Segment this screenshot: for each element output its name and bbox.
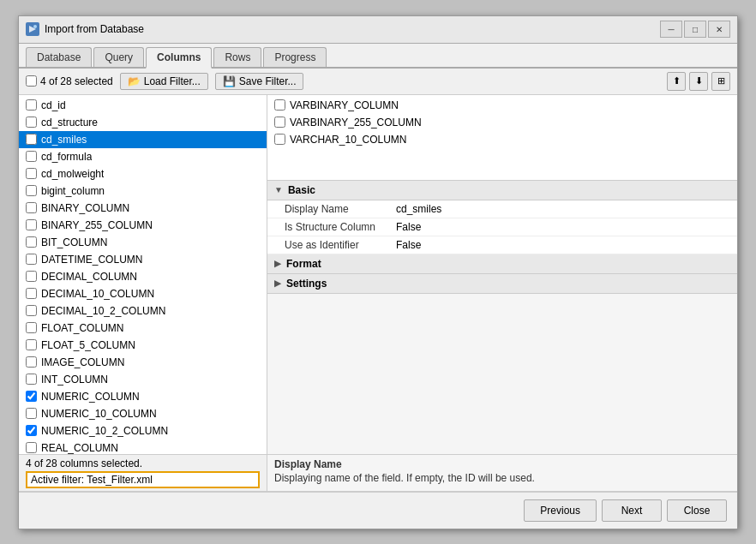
col-checkbox-cd_formula[interactable]	[26, 151, 37, 162]
col-checkbox-datetime[interactable]	[26, 254, 37, 265]
prop-name-identifier: Use as Identifier	[285, 239, 396, 251]
save-filter-button[interactable]: 💾 Save Filter...	[215, 73, 304, 90]
list-item[interactable]: cd_smiles	[19, 131, 267, 148]
col-checkbox-real[interactable]	[26, 442, 37, 453]
close-button[interactable]: Close	[667, 499, 727, 522]
tab-query[interactable]: Query	[93, 47, 144, 67]
list-item[interactable]: DECIMAL_10_2_COLUMN	[19, 302, 267, 320]
prop-row-structure: Is Structure Column False	[267, 218, 737, 236]
prop-value-display: cd_smiles	[396, 203, 441, 215]
status-help-bar: 4 of 28 columns selected. Active filter:…	[19, 455, 737, 492]
col-checkbox-varchar10[interactable]	[274, 134, 285, 145]
minimize-button[interactable]: ─	[660, 21, 682, 38]
maximize-button[interactable]: □	[684, 21, 706, 38]
col-checkbox-varbinary255[interactable]	[274, 117, 285, 128]
list-item[interactable]: NUMERIC_COLUMN	[19, 388, 267, 405]
column-list-panel[interactable]: cd_id cd_structure cd_smiles cd_formula …	[19, 95, 267, 454]
col-checkbox-bit[interactable]	[26, 236, 37, 248]
next-button[interactable]: Next	[602, 499, 662, 522]
col-checkbox-binary[interactable]	[26, 202, 37, 213]
previous-button[interactable]: Previous	[524, 499, 597, 522]
col-label: VARBINARY_255_COLUMN	[290, 117, 422, 129]
col-checkbox-bigint[interactable]	[26, 185, 37, 196]
list-item[interactable]: DECIMAL_10_COLUMN	[19, 285, 267, 302]
col-label: NUMERIC_10_COLUMN	[41, 408, 157, 420]
sort-za-button[interactable]: ⬇	[689, 72, 708, 91]
col-checkbox-float[interactable]	[26, 322, 37, 333]
col-label: FLOAT_COLUMN	[41, 322, 123, 334]
list-item[interactable]: VARBINARY_COLUMN	[267, 97, 737, 114]
section-basic-header[interactable]: ▼ Basic	[267, 181, 737, 200]
prop-row-identifier: Use as Identifier False	[267, 236, 737, 254]
list-item[interactable]: cd_molweight	[19, 165, 267, 182]
list-item[interactable]: REAL_COLUMN	[19, 439, 267, 454]
tab-progress[interactable]: Progress	[263, 47, 327, 67]
list-item[interactable]: DATETIME_COLUMN	[19, 251, 267, 268]
col-label: BINARY_COLUMN	[41, 202, 129, 214]
load-icon: 📂	[128, 75, 141, 87]
list-item[interactable]: FLOAT_COLUMN	[19, 320, 267, 337]
prop-value-structure: False	[396, 221, 421, 233]
col-label: cd_formula	[41, 151, 92, 163]
list-item[interactable]: BIT_COLUMN	[19, 234, 267, 251]
col-checkbox-decimal[interactable]	[26, 271, 37, 282]
list-item[interactable]: BINARY_COLUMN	[19, 200, 267, 217]
col-checkbox-decimal102[interactable]	[26, 305, 37, 316]
sort-az-button[interactable]: ⬆	[667, 72, 686, 91]
list-item[interactable]: cd_structure	[19, 114, 267, 131]
col-checkbox-numeric[interactable]	[26, 391, 37, 402]
col-checkbox-cd_molweight[interactable]	[26, 168, 37, 179]
select-all-label[interactable]: 4 of 28 selected	[26, 75, 113, 87]
close-window-button[interactable]: ✕	[708, 21, 730, 38]
col-checkbox-cd_id[interactable]	[26, 99, 37, 111]
list-item[interactable]: cd_formula	[19, 148, 267, 165]
col-checkbox-image[interactable]	[26, 356, 37, 368]
load-filter-button[interactable]: 📂 Load Filter...	[120, 73, 208, 90]
status-count: 4 of 28 columns selected.	[26, 457, 260, 469]
tab-rows[interactable]: Rows	[213, 47, 261, 67]
col-label: VARBINARY_COLUMN	[290, 99, 399, 111]
list-item[interactable]: NUMERIC_10_COLUMN	[19, 405, 267, 422]
col-checkbox-cd_smiles[interactable]	[26, 134, 37, 145]
section-basic-toggle: ▼	[274, 185, 283, 194]
save-icon: 💾	[223, 75, 236, 87]
tab-columns[interactable]: Columns	[146, 47, 212, 69]
list-item[interactable]: DECIMAL_COLUMN	[19, 268, 267, 285]
col-label: DECIMAL_10_2_COLUMN	[41, 305, 165, 317]
prop-value-identifier: False	[396, 239, 421, 251]
main-content: cd_id cd_structure cd_smiles cd_formula …	[19, 95, 737, 454]
col-checkbox-varbinary[interactable]	[274, 99, 285, 111]
col-checkbox-numeric102[interactable]	[26, 425, 37, 436]
list-item[interactable]: bigint_column	[19, 182, 267, 200]
col-checkbox-binary255[interactable]	[26, 219, 37, 230]
col-checkbox-decimal10[interactable]	[26, 288, 37, 299]
selected-count: 4 of 28 selected	[40, 75, 113, 87]
tab-bar: Database Query Columns Rows Progress	[19, 44, 737, 69]
col-checkbox-cd_structure[interactable]	[26, 117, 37, 128]
svg-point-0	[33, 25, 37, 28]
section-format-header[interactable]: ▶ Format	[267, 254, 737, 274]
col-label: DECIMAL_COLUMN	[41, 271, 137, 283]
col-label: BIT_COLUMN	[41, 236, 107, 248]
section-basic-label: Basic	[288, 184, 315, 196]
right-panel: VARBINARY_COLUMN VARBINARY_255_COLUMN VA…	[267, 95, 737, 454]
col-checkbox-float5[interactable]	[26, 339, 37, 350]
list-item[interactable]: NUMERIC_10_2_COLUMN	[19, 422, 267, 439]
list-item[interactable]: cd_id	[19, 97, 267, 114]
list-item[interactable]: BINARY_255_COLUMN	[19, 217, 267, 234]
col-label: NUMERIC_10_2_COLUMN	[41, 425, 168, 437]
list-item[interactable]: VARCHAR_10_COLUMN	[267, 131, 737, 148]
select-all-checkbox[interactable]	[26, 75, 37, 87]
list-item[interactable]: FLOAT_5_COLUMN	[19, 337, 267, 354]
window-controls: ─ □ ✕	[660, 21, 730, 38]
list-item[interactable]: INT_COLUMN	[19, 371, 267, 388]
filter-button[interactable]: ⊞	[711, 72, 730, 91]
section-settings-header[interactable]: ▶ Settings	[267, 274, 737, 294]
list-item[interactable]: IMAGE_COLUMN	[19, 354, 267, 371]
selected-columns-panel[interactable]: VARBINARY_COLUMN VARBINARY_255_COLUMN VA…	[267, 95, 737, 181]
col-checkbox-int[interactable]	[26, 374, 37, 385]
list-item[interactable]: VARBINARY_255_COLUMN	[267, 114, 737, 131]
tab-database[interactable]: Database	[26, 47, 92, 67]
section-basic-content: Display Name cd_smiles Is Structure Colu…	[267, 200, 737, 254]
col-checkbox-numeric10[interactable]	[26, 408, 37, 419]
